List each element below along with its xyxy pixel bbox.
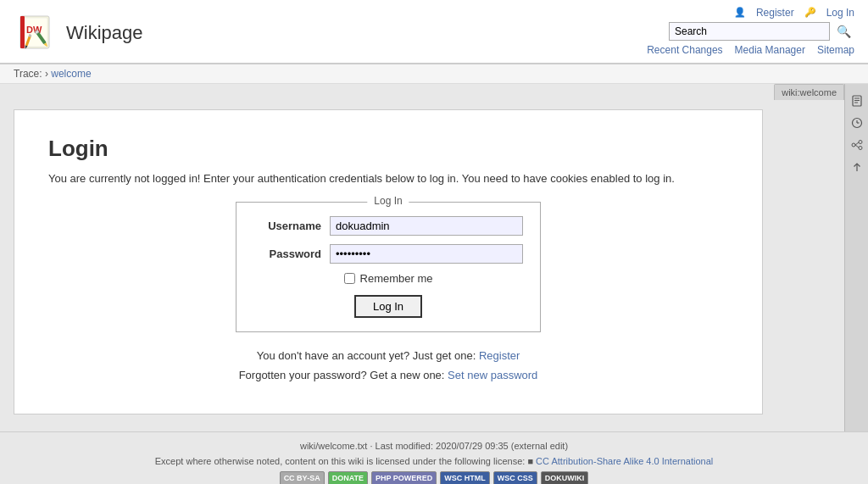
login-box: Login You are currently not logged in! E… (14, 109, 763, 414)
login-form: Log In Username Password Remember me Log… (236, 202, 541, 332)
logo-area: DW Wikipage (14, 11, 142, 55)
wiki-tab: wiki:welcome (774, 84, 844, 100)
main-content: wiki:welcome Login You are currently not… (0, 84, 814, 431)
svg-point-17 (852, 143, 855, 147)
breadcrumb: Trace: › welcome (0, 64, 868, 84)
no-account-text: You don't have an account yet? Just get … (48, 349, 728, 362)
nav-links: Recent Changes Media Manager Sitemap (647, 44, 854, 59)
media-manager-link[interactable]: Media Manager (735, 44, 805, 56)
badge-html: WSC HTML (440, 471, 490, 484)
search-button[interactable]: 🔍 (833, 23, 854, 40)
breadcrumb-welcome[interactable]: welcome (51, 68, 91, 80)
sidebar-tools (844, 84, 868, 431)
badge-css: WSC CSS (493, 471, 537, 484)
auth-links: 👤 Register 🔑 Log In (734, 7, 854, 19)
forgot-password-text: Forgotten your password? Get a new one: … (48, 369, 728, 381)
login-title: Login (48, 136, 728, 162)
footer: wiki/welcome.txt · Last modified: 2020/0… (0, 431, 868, 484)
login-button[interactable]: Log In (354, 295, 422, 318)
register-account-link[interactable]: Register (479, 349, 520, 362)
backlinks-tool-icon[interactable] (847, 135, 867, 155)
recent-changes-link[interactable]: Recent Changes (647, 44, 722, 56)
svg-rect-2 (20, 16, 25, 48)
username-row: Username (253, 216, 523, 236)
up-tool-icon[interactable] (847, 157, 867, 177)
set-password-link[interactable]: Set new password (448, 369, 537, 381)
header-right: 👤 Register 🔑 Log In 🔍 Recent Changes Med… (647, 7, 854, 59)
license-link[interactable]: CC Attribution-Share Alike 4.0 Internati… (536, 456, 713, 466)
login-icon-header: 🔑 (804, 7, 816, 19)
form-legend: Log In (367, 195, 409, 207)
search-input[interactable] (669, 22, 830, 41)
remember-label: Remember me (360, 272, 433, 285)
svg-point-18 (859, 141, 862, 144)
username-label: Username (253, 220, 321, 232)
svg-point-19 (859, 147, 862, 150)
site-title: Wikipage (66, 22, 142, 44)
badge-php: PHP POWERED (371, 471, 437, 484)
password-input[interactable] (330, 244, 523, 264)
site-logo: DW (14, 11, 58, 55)
footer-license: Except where otherwise noted, content on… (14, 456, 854, 466)
password-label: Password (253, 248, 321, 260)
header-divider (0, 63, 868, 64)
page-tool-icon[interactable] (847, 91, 867, 111)
svg-line-21 (855, 145, 859, 147)
search-area: 🔍 (669, 22, 854, 41)
header-login-link[interactable]: Log In (826, 7, 854, 19)
footer-badges: CC BY-SA DONATE PHP POWERED WSC HTML WSC… (14, 471, 854, 484)
remember-checkbox[interactable] (344, 273, 355, 284)
password-row: Password (253, 244, 523, 264)
sitemap-link[interactable]: Sitemap (817, 44, 854, 56)
history-tool-icon[interactable] (847, 113, 867, 133)
login-button-row: Log In (253, 295, 523, 318)
login-description: You are currently not logged in! Enter y… (48, 172, 728, 185)
footer-meta: wiki/welcome.txt · Last modified: 2020/0… (14, 441, 854, 451)
trace-label: Trace: (14, 68, 42, 80)
username-input[interactable] (330, 216, 523, 236)
page-wrap: wiki:welcome Login You are currently not… (0, 84, 868, 431)
remember-row: Remember me (253, 272, 523, 285)
register-link[interactable]: Register (756, 7, 794, 19)
badge-donate: DONATE (328, 471, 368, 484)
extra-links: You don't have an account yet? Just get … (48, 349, 728, 381)
header: DW Wikipage 👤 Register � (0, 0, 868, 64)
svg-line-20 (855, 142, 859, 145)
badge-doku: DOKUWIKI (541, 471, 589, 484)
register-icon: 👤 (734, 7, 746, 19)
badge-cc: CC BY-SA (280, 471, 325, 484)
